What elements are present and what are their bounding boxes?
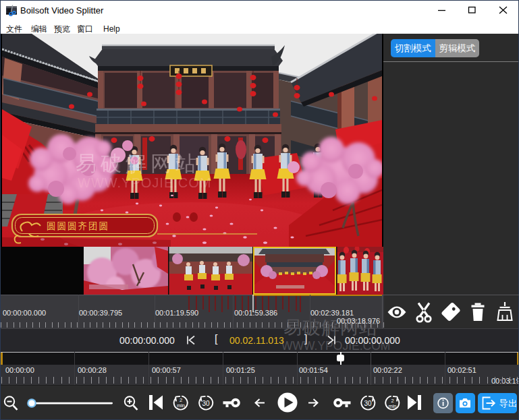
- svg-text:min: min: [388, 403, 396, 409]
- svg-text:导出: 导出: [499, 398, 518, 409]
- svg-text:WWW.YPOJIE.COM: WWW.YPOJIE.COM: [78, 175, 211, 190]
- svg-text:圆圆圆齐团圆: 圆圆圆齐团圆: [47, 221, 109, 231]
- svg-text:30: 30: [202, 400, 210, 407]
- svg-text:min: min: [177, 402, 185, 409]
- svg-text:30: 30: [364, 400, 372, 407]
- svg-text:易破解网站: 易破解网站: [76, 152, 200, 175]
